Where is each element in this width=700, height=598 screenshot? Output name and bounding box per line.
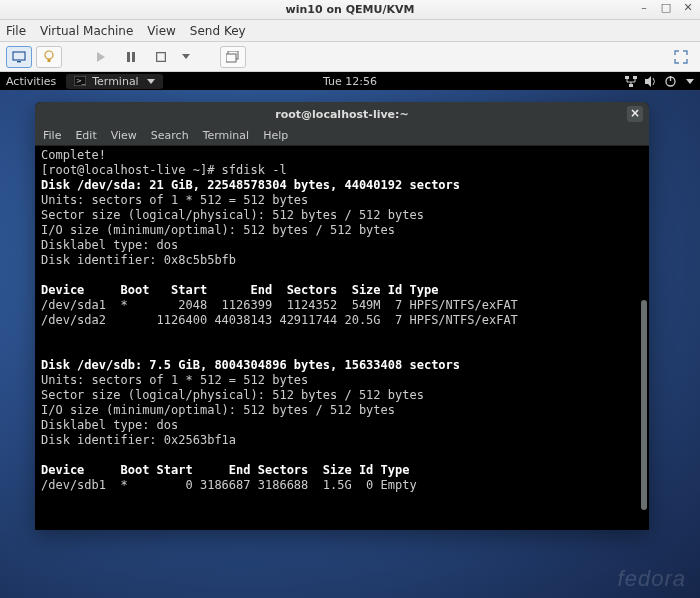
terminal-menubar: File Edit View Search Terminal Help (35, 126, 649, 146)
app-menu-label: Terminal (92, 75, 139, 88)
shutdown-menu-button[interactable] (178, 46, 194, 68)
guest-desktop: Activities >_ Terminal Tue 12:56 root@lo… (0, 72, 700, 598)
host-menu-sendkey[interactable]: Send Key (190, 24, 246, 38)
fullscreen-button[interactable] (668, 46, 694, 68)
svg-rect-15 (629, 84, 633, 87)
monitor-icon (12, 51, 26, 63)
power-icon[interactable] (665, 76, 676, 87)
host-menu-file[interactable]: File (6, 24, 26, 38)
svg-rect-0 (13, 52, 25, 60)
snapshots-button[interactable] (220, 46, 246, 68)
distro-watermark: fedora (618, 566, 686, 592)
network-icon[interactable] (625, 76, 637, 87)
app-menu-button[interactable]: >_ Terminal (66, 74, 163, 89)
host-window-title: win10 on QEMU/KVM (286, 3, 415, 16)
svg-text:>_: >_ (76, 77, 86, 85)
term-menu-file[interactable]: File (43, 129, 61, 142)
term-menu-view[interactable]: View (111, 129, 137, 142)
chevron-down-icon[interactable] (686, 79, 694, 84)
svg-rect-7 (157, 52, 166, 61)
svg-rect-10 (226, 54, 236, 62)
guest-topbar: Activities >_ Terminal Tue 12:56 (0, 72, 700, 90)
terminal-close-button[interactable]: × (627, 106, 643, 122)
clock-label[interactable]: Tue 12:56 (323, 75, 377, 88)
term-menu-help[interactable]: Help (263, 129, 288, 142)
svg-rect-5 (127, 52, 130, 62)
terminal-icon: >_ (74, 76, 86, 86)
host-maximize-button[interactable]: □ (660, 2, 672, 14)
console-button[interactable] (6, 46, 32, 68)
svg-rect-14 (633, 76, 637, 79)
play-icon (96, 52, 106, 62)
shutdown-button[interactable] (148, 46, 174, 68)
svg-rect-1 (17, 61, 21, 62)
terminal-titlebar[interactable]: root@localhost-live:~ × (35, 102, 649, 126)
pause-button[interactable] (118, 46, 144, 68)
host-toolbar (0, 42, 700, 72)
svg-rect-3 (48, 59, 51, 62)
host-close-button[interactable]: ✕ (682, 2, 694, 14)
terminal-window: root@localhost-live:~ × File Edit View S… (35, 102, 649, 530)
term-menu-search[interactable]: Search (151, 129, 189, 142)
svg-marker-16 (645, 76, 651, 87)
host-titlebar: win10 on QEMU/KVM – □ ✕ (0, 0, 700, 20)
snapshots-icon (226, 51, 240, 63)
terminal-scrollbar[interactable] (641, 150, 647, 525)
svg-point-2 (45, 51, 53, 59)
svg-rect-6 (132, 52, 135, 62)
scrollbar-thumb[interactable] (641, 300, 647, 510)
pause-icon (126, 52, 136, 62)
chevron-down-icon (182, 54, 190, 59)
svg-marker-8 (182, 54, 190, 59)
svg-rect-13 (625, 76, 629, 79)
term-menu-terminal[interactable]: Terminal (203, 129, 250, 142)
chevron-down-icon (147, 79, 155, 84)
host-minimize-button[interactable]: – (638, 2, 650, 14)
svg-marker-4 (97, 52, 105, 62)
terminal-title-text: root@localhost-live:~ (275, 108, 408, 121)
host-menu-vm[interactable]: Virtual Machine (40, 24, 133, 38)
term-menu-edit[interactable]: Edit (75, 129, 96, 142)
stop-icon (156, 52, 166, 62)
host-menubar: File Virtual Machine View Send Key (0, 20, 700, 42)
terminal-output[interactable]: Complete! [root@localhost-live ~]# sfdis… (35, 146, 649, 530)
host-menu-view[interactable]: View (147, 24, 175, 38)
volume-icon[interactable] (645, 76, 657, 87)
bulb-icon (44, 50, 54, 64)
details-button[interactable] (36, 46, 62, 68)
activities-button[interactable]: Activities (6, 75, 56, 88)
run-button[interactable] (88, 46, 114, 68)
fullscreen-icon (674, 50, 688, 64)
